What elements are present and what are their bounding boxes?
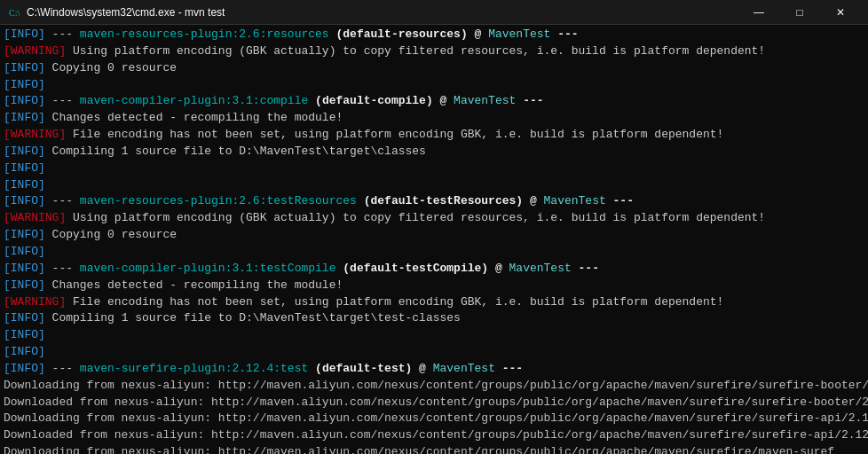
terminal-line: Downloading from nexus-aliyun: http://ma…	[4, 411, 864, 427]
terminal-line: [INFO] Compiling 1 source file to D:\Mav…	[4, 144, 864, 160]
terminal-line: [INFO]	[4, 244, 864, 261]
terminal-line: [INFO] Compiling 1 source file to D:\Mav…	[4, 310, 864, 327]
titlebar-title: C:\Windows\system32\cmd.exe - mvn test	[27, 6, 738, 19]
terminal-line: [INFO]	[4, 177, 864, 194]
terminal-line: [INFO] --- maven-resources-plugin:2.6:te…	[4, 193, 864, 210]
terminal-line: [INFO] --- maven-compiler-plugin:3.1:com…	[4, 93, 864, 110]
terminal-line: [INFO] --- maven-compiler-plugin:3.1:tes…	[4, 261, 864, 278]
terminal-line: [WARNING] File encoding has not been set…	[4, 127, 864, 144]
titlebar-icon: C:\	[7, 5, 21, 20]
terminal-line: [INFO]	[4, 160, 864, 177]
terminal-line: Downloading from nexus-aliyun: http://ma…	[4, 444, 864, 454]
terminal-line: Downloaded from nexus-aliyun: http://mav…	[4, 395, 864, 411]
terminal-line: [INFO]	[4, 77, 864, 94]
terminal-line: [INFO] --- maven-resources-plugin:2.6:re…	[4, 27, 864, 43]
maximize-button[interactable]: □	[779, 0, 820, 25]
terminal-line: [INFO] Changes detected - recompiling th…	[4, 110, 864, 127]
svg-text:C:\: C:\	[9, 8, 20, 18]
titlebar: C:\ C:\Windows\system32\cmd.exe - mvn te…	[0, 0, 868, 25]
minimize-button[interactable]: —	[738, 0, 779, 25]
terminal-line: Downloading from nexus-aliyun: http://ma…	[4, 378, 864, 395]
terminal-line: [INFO] Copying 0 resource	[4, 227, 864, 244]
terminal-line: [INFO] Changes detected - recompiling th…	[4, 278, 864, 294]
terminal-line: Downloaded from nexus-aliyun: http://mav…	[4, 427, 864, 444]
terminal-line: [WARNING] Using platform encoding (GBK a…	[4, 43, 864, 60]
titlebar-controls: — □ ✕	[738, 0, 861, 25]
terminal-line: [WARNING] Using platform encoding (GBK a…	[4, 210, 864, 227]
terminal: [INFO] --- maven-resources-plugin:2.6:re…	[0, 25, 868, 454]
terminal-line: [INFO]	[4, 327, 864, 344]
terminal-line: [INFO]	[4, 344, 864, 361]
close-button[interactable]: ✕	[820, 0, 861, 25]
terminal-line: [INFO] --- maven-surefire-plugin:2.12.4:…	[4, 361, 864, 378]
terminal-line: [WARNING] File encoding has not been set…	[4, 294, 864, 311]
terminal-line: [INFO] Copying 0 resource	[4, 60, 864, 77]
